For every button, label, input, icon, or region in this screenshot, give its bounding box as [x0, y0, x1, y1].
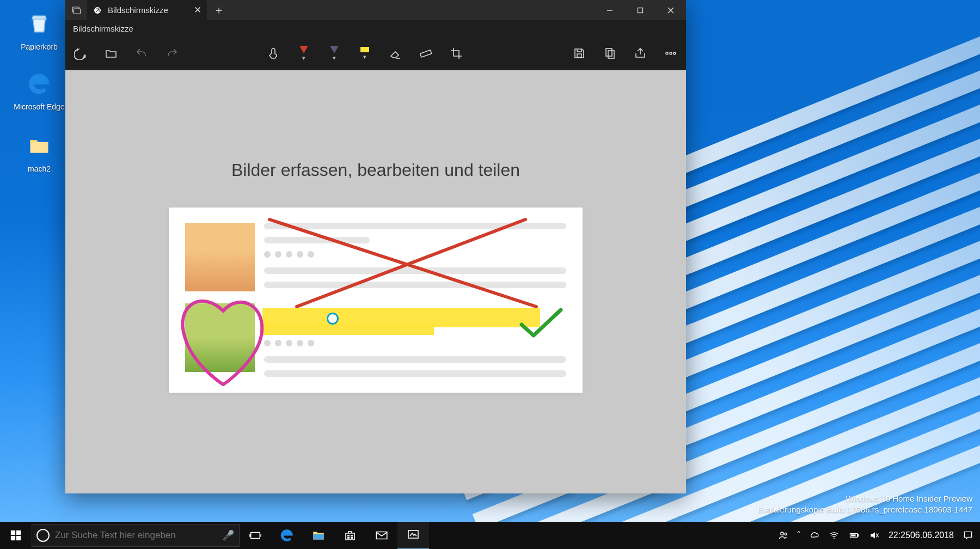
sample-thumbnail-1 — [185, 223, 255, 291]
crop-tool[interactable] — [441, 38, 471, 69]
watermark-line2: Evaluierungskopie Build 17686.rs_prerele… — [758, 504, 972, 515]
people-icon[interactable] — [774, 522, 793, 549]
wifi-icon[interactable] — [824, 522, 844, 549]
svg-rect-8 — [577, 54, 581, 57]
chevron-down-icon: ▾ — [333, 54, 336, 62]
ballpoint-pen-tool[interactable]: ▾ — [289, 38, 319, 69]
new-snip-button[interactable] — [65, 38, 96, 69]
chevron-down-icon: ▾ — [363, 53, 366, 60]
red-x-mark — [264, 214, 547, 318]
highlighter-yellow-icon — [360, 47, 369, 52]
taskbar-search[interactable]: 🎤 — [32, 524, 240, 547]
recycle-bin-icon[interactable]: Papierkorb — [13, 9, 65, 51]
taskbar-clock[interactable]: 22:25 06.06.2018 — [884, 522, 958, 549]
svg-rect-9 — [606, 48, 612, 56]
svg-point-12 — [670, 52, 672, 54]
cortana-icon — [32, 529, 54, 542]
svg-point-30 — [785, 533, 787, 535]
clock-date: 06.06.2018 — [910, 530, 954, 540]
tab-close-button[interactable]: ✕ — [194, 4, 201, 16]
svg-point-29 — [780, 532, 783, 535]
svg-rect-1 — [74, 9, 81, 14]
mic-icon[interactable]: 🎤 — [217, 529, 239, 541]
sets-previous-button[interactable] — [65, 0, 87, 20]
window-controls — [595, 0, 686, 20]
maximize-button[interactable] — [625, 0, 656, 20]
undo-button[interactable] — [126, 38, 157, 69]
chevron-down-icon: ▾ — [302, 54, 305, 62]
svg-rect-24 — [347, 535, 350, 536]
illustration — [169, 208, 583, 393]
heart-mark — [169, 289, 278, 393]
svg-point-31 — [834, 538, 835, 539]
app-tab-icon — [93, 5, 102, 15]
screen-sketch-window: Bildschirmskizze ✕ ＋ Bildschirmskizze — [65, 0, 686, 493]
subtitle-text: Bildschirmskizze — [73, 24, 133, 33]
folder-icon — [24, 131, 54, 161]
window-subtitle: Bildschirmskizze — [65, 20, 686, 36]
svg-point-13 — [673, 52, 676, 54]
taskbar-mail-button[interactable] — [366, 522, 397, 549]
eraser-tool[interactable] — [380, 38, 411, 69]
start-button[interactable] — [0, 522, 32, 549]
taskbar-edge-button[interactable] — [271, 522, 303, 549]
ruler-tool[interactable] — [411, 38, 441, 69]
battery-icon[interactable] — [844, 522, 865, 549]
copy-button[interactable] — [595, 38, 625, 69]
taskbar: 🎤 ˆ 22:25 06.06.2018 — [0, 522, 980, 549]
app-toolbar: ▾ ▾ ▾ — [65, 36, 686, 70]
minimize-button[interactable] — [595, 0, 625, 20]
pencil-tool[interactable]: ▾ — [319, 38, 350, 69]
highlight-mark-2 — [262, 324, 434, 335]
share-button[interactable] — [625, 38, 656, 69]
touch-writing-button[interactable] — [258, 38, 289, 69]
taskbar-explorer-button[interactable] — [303, 522, 334, 549]
svg-rect-34 — [851, 534, 855, 536]
clock-time: 22:25 — [889, 530, 910, 540]
mach2-label: mach2 — [13, 164, 65, 173]
svg-rect-7 — [420, 50, 432, 57]
green-check-mark — [517, 306, 566, 344]
svg-rect-25 — [351, 535, 353, 536]
edge-browser-icon[interactable]: Microsoft Edge — [13, 69, 65, 111]
taskbar-screen-sketch-button[interactable] — [397, 521, 429, 549]
pen-red-icon — [299, 46, 308, 53]
close-window-button[interactable] — [656, 0, 686, 20]
app-tab-title: Bildschirmskizze — [108, 5, 168, 15]
taskbar-store-button[interactable] — [334, 522, 366, 549]
volume-icon[interactable] — [865, 522, 884, 549]
task-view-button[interactable] — [240, 522, 271, 549]
open-file-button[interactable] — [96, 38, 126, 69]
redo-button[interactable] — [157, 38, 187, 69]
mach2-folder-icon[interactable]: mach2 — [13, 131, 65, 173]
canvas-heading: Bilder erfassen, bearbeiten und teilen — [231, 160, 520, 180]
svg-rect-16 — [11, 530, 15, 535]
svg-rect-26 — [347, 537, 350, 539]
trash-icon — [24, 9, 54, 39]
window-titlebar: Bildschirmskizze ✕ ＋ — [65, 0, 686, 20]
highlighter-tool[interactable]: ▾ — [350, 38, 380, 69]
watermark-line1: Windows 10 Home Insider Preview — [758, 493, 972, 504]
svg-rect-18 — [11, 536, 15, 540]
edge-label: Microsoft Edge — [13, 102, 65, 111]
save-button[interactable] — [564, 38, 595, 69]
more-button[interactable] — [656, 38, 686, 69]
action-center-icon[interactable] — [958, 522, 978, 549]
svg-rect-17 — [16, 530, 21, 535]
app-canvas: Bilder erfassen, bearbeiten und teilen — [65, 70, 686, 493]
svg-rect-20 — [251, 533, 260, 539]
svg-rect-4 — [638, 8, 643, 13]
svg-rect-33 — [857, 534, 859, 536]
windows-watermark: Windows 10 Home Insider Preview Evaluier… — [758, 493, 972, 516]
tray-expand-icon[interactable]: ˆ — [793, 522, 805, 549]
svg-rect-27 — [351, 537, 353, 539]
recycle-bin-label: Papierkorb — [13, 42, 65, 51]
new-tab-button[interactable]: ＋ — [207, 0, 231, 20]
app-tab[interactable]: Bildschirmskizze ✕ — [87, 0, 207, 20]
svg-rect-19 — [16, 536, 21, 540]
edge-icon — [24, 69, 54, 99]
svg-line-14 — [270, 219, 536, 307]
search-input[interactable] — [54, 529, 217, 541]
system-tray: ˆ 22:25 06.06.2018 — [774, 522, 980, 549]
onedrive-icon[interactable] — [805, 522, 824, 549]
